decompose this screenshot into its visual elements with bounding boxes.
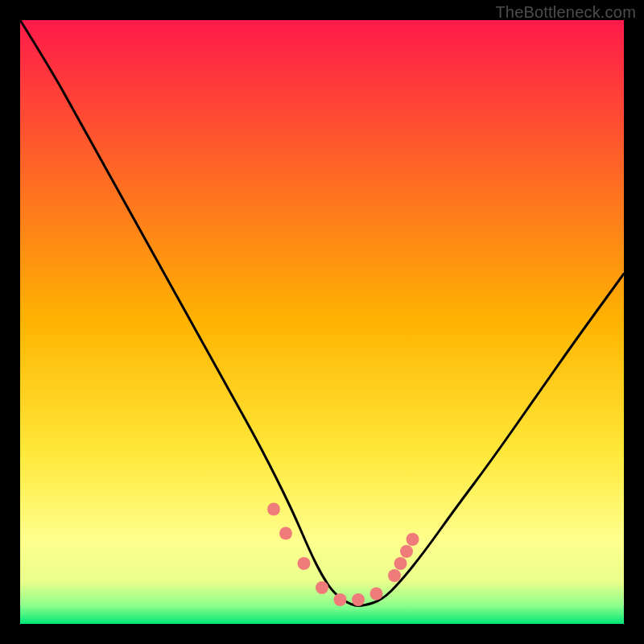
marker-dot [400,545,413,558]
marker-dot [407,533,419,546]
marker-dot [316,581,328,594]
marker-dot [394,557,407,570]
marker-dot [352,593,365,606]
chart-background [20,20,624,624]
marker-dot [334,593,347,606]
marker-dot [267,503,280,516]
marker-dot [388,569,401,582]
marker-dot [298,557,311,570]
marker-dot [370,588,383,601]
chart-frame [20,20,624,624]
plot-svg [20,20,624,624]
watermark-text: TheBottleneck.com [495,3,636,22]
marker-dot [279,527,292,540]
